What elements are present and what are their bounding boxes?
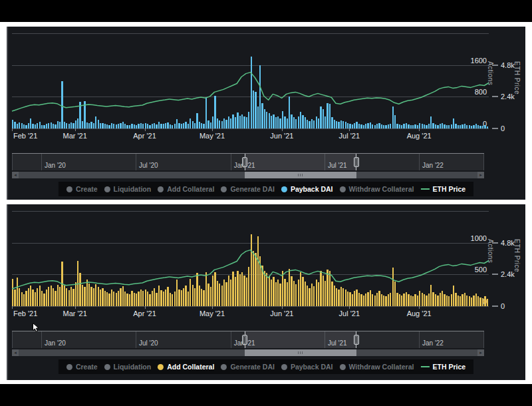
legend-item-liquidation[interactable]: Liquidation	[104, 185, 152, 193]
series-dot-icon	[281, 364, 287, 370]
legend-item-withdraw-collateral[interactable]: Withdraw Collateral	[340, 363, 414, 371]
eth-price-line-swatch-icon	[420, 366, 429, 367]
timeline-navigator[interactable]: Jan '20Jul '20Jan '21Jul '21Jan '22	[12, 331, 484, 348]
navigator-edge	[483, 154, 484, 170]
legend-item-label: Payback DAI	[291, 185, 333, 193]
scrollbar-track[interactable]: ◂▸	[12, 349, 484, 356]
legend-item-liquidation[interactable]: Liquidation	[104, 363, 152, 371]
series-dot-icon	[221, 364, 227, 370]
price-axis-tick-label: 0	[501, 302, 505, 310]
legend-item-label: Add Collateral	[167, 363, 214, 371]
panel-left-edge	[7, 27, 8, 200]
month-label: Apr '21	[133, 309, 156, 317]
legend-item-create[interactable]: Create	[66, 185, 98, 193]
month-tick	[212, 306, 213, 309]
month-label: Apr '21	[133, 132, 156, 140]
legend-item-add-collateral[interactable]: Add Collateral	[158, 363, 214, 371]
navigator-selection[interactable]	[245, 154, 356, 170]
legend-item-label: ETH Price	[432, 185, 466, 193]
month-tick	[145, 306, 146, 309]
navigator-edge	[12, 331, 13, 348]
legend-bar: CreateLiquidationAdd CollateralGenerate …	[59, 359, 473, 374]
month-label: Mar '21	[63, 309, 87, 317]
series-dot-icon	[158, 364, 164, 370]
price-axis-tick-label: 4.8k	[501, 61, 515, 69]
month-label: Jul '21	[339, 309, 360, 317]
scroll-left-button[interactable]: ◂	[12, 349, 19, 356]
month-tick	[75, 128, 76, 131]
navigator-handle-left[interactable]	[242, 157, 247, 167]
month-label: Feb '21	[13, 309, 37, 317]
navigator-tick	[419, 331, 420, 348]
scroll-right-button[interactable]: ▸	[477, 349, 484, 356]
price-axis-tick-label: 0	[501, 124, 505, 132]
legend-item-payback-dai[interactable]: Payback DAI	[281, 363, 333, 371]
price-axis-tick-mark	[492, 274, 498, 275]
legend-item-eth-price[interactable]: ETH Price	[420, 185, 466, 193]
series-dot-icon	[66, 186, 72, 192]
price-axis-title: ETH Price	[513, 239, 521, 272]
navigator-tick	[136, 154, 136, 170]
top-letterbox	[0, 0, 532, 22]
bottom-letterbox	[0, 384, 532, 406]
navigator-handle-left[interactable]	[242, 335, 247, 345]
month-label: Jul '21	[339, 132, 360, 140]
month-label: Aug '21	[407, 132, 432, 140]
navigator-tick	[41, 154, 42, 170]
timeline-navigator[interactable]: Jan '20Jul '20Jan '21Jul '21Jan '22	[12, 153, 484, 170]
legend-bar: CreateLiquidationAdd CollateralGenerate …	[59, 182, 473, 196]
month-label: Feb '21	[13, 132, 37, 140]
month-label: May '21	[200, 132, 225, 140]
scroll-right-button[interactable]: ▸	[477, 172, 484, 178]
month-label: Mar '21	[63, 132, 87, 140]
month-label: Aug '21	[407, 309, 432, 317]
legend-item-label: Payback DAI	[291, 363, 333, 371]
series-dot-icon	[104, 186, 110, 192]
price-axis-tick-mark	[492, 305, 498, 307]
eth-price-line-swatch-icon	[420, 188, 429, 190]
navigator-tick	[136, 331, 136, 348]
legend-item-generate-dai[interactable]: Generate DAI	[221, 185, 275, 193]
navigator-tick-label: Jan '22	[422, 339, 444, 347]
month-tick	[282, 128, 283, 131]
navigator-tick-label: Jan '20	[45, 339, 66, 347]
legend-item-label: Generate DAI	[230, 185, 275, 193]
series-dot-icon	[104, 364, 110, 370]
legend-item-eth-price[interactable]: ETH Price	[420, 363, 466, 371]
month-tick	[419, 306, 420, 309]
navigator-handle-right[interactable]	[354, 157, 359, 167]
legend-item-add-collateral[interactable]: Add Collateral	[158, 185, 214, 193]
legend-item-label: Liquidation	[114, 363, 152, 371]
legend-item-label: Create	[76, 185, 98, 193]
legend-item-generate-dai[interactable]: Generate DAI	[221, 363, 275, 371]
legend-item-create[interactable]: Create	[66, 363, 98, 371]
navigator-handle-right[interactable]	[354, 335, 359, 345]
month-tick	[75, 306, 76, 309]
series-dot-icon	[340, 364, 346, 370]
legend-item-label: Withdraw Collateral	[349, 363, 414, 371]
month-tick	[349, 128, 350, 131]
series-dot-icon	[66, 364, 72, 370]
legend-item-label: ETH Price	[432, 363, 466, 371]
price-axis-tick-mark	[492, 128, 498, 129]
navigator-tick	[419, 154, 420, 170]
month-label: Jun '21	[270, 309, 293, 317]
navigator-tick	[231, 331, 231, 348]
series-dot-icon	[221, 186, 227, 192]
scrollbar-thumb[interactable]	[245, 172, 356, 178]
legend-item-withdraw-collateral[interactable]: Withdraw Collateral	[340, 185, 414, 193]
navigator-tick-label: Jul '20	[139, 339, 158, 347]
legend-item-payback-dai[interactable]: Payback DAI	[281, 185, 333, 193]
eth-price-line	[12, 211, 489, 306]
gridline	[12, 128, 489, 129]
scrollbar-thumb[interactable]	[245, 349, 356, 356]
navigator-tick	[231, 154, 231, 170]
legend-item-label: Generate DAI	[230, 363, 275, 371]
chart-panel-payback-dai: 160080004.8k2.4k0ActionsETH PriceFeb '21…	[7, 27, 525, 200]
series-dot-icon	[340, 186, 346, 192]
navigator-selection[interactable]	[245, 331, 356, 348]
scrollbar-track[interactable]: ◂▸	[12, 172, 484, 178]
legend-item-label: Withdraw Collateral	[349, 185, 414, 193]
scroll-left-button[interactable]: ◂	[12, 172, 19, 178]
month-tick	[282, 306, 283, 309]
